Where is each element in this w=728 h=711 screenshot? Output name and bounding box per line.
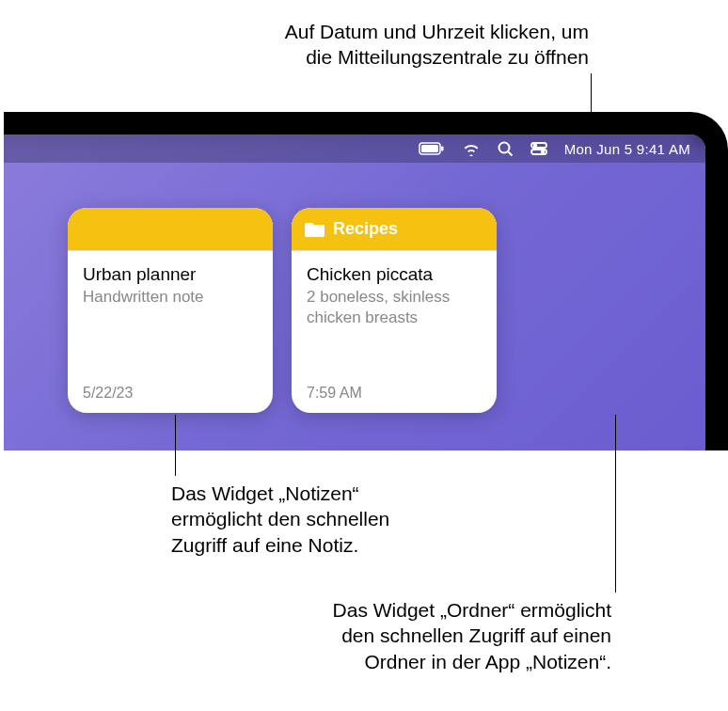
folder-widget[interactable]: Recipes Chicken piccata 2 boneless, skin…: [292, 208, 497, 413]
callout-text: Das Widget „Ordner“ ermöglicht: [226, 597, 611, 623]
callout-text: den schnellen Zugriff auf einen: [226, 623, 611, 648]
callout-notification-center: Auf Datum und Uhrzeit klicken, um die Mi…: [285, 19, 589, 71]
callout-text: Auf Datum und Uhrzeit klicken, um: [285, 19, 589, 44]
search-icon[interactable]: [498, 139, 514, 158]
widget-body: Chicken piccata 2 boneless, skinless chi…: [292, 251, 497, 413]
widget-header: [68, 208, 273, 250]
callout-text: Zugriff auf eine Notiz.: [171, 532, 389, 558]
callout-text: Ordner in der App „Notizen“.: [226, 649, 611, 674]
notes-widget[interactable]: Urban planner Handwritten note 5/22/23: [68, 208, 273, 413]
note-subtitle: Handwritten note: [83, 287, 258, 308]
widget-body: Urban planner Handwritten note 5/22/23: [68, 251, 273, 413]
note-title: Urban planner: [83, 264, 258, 285]
callout-text: Das Widget „Notizen“: [171, 481, 389, 506]
svg-rect-2: [441, 147, 444, 151]
callout-folder-widget: Das Widget „Ordner“ ermöglicht den schne…: [226, 597, 611, 674]
svg-point-3: [499, 142, 509, 152]
widget-header: Recipes: [292, 208, 497, 250]
folder-name: Recipes: [333, 219, 398, 239]
menubar-datetime[interactable]: Mon Jun 5 9:41 AM: [564, 141, 690, 157]
note-time: 7:59 AM: [307, 385, 482, 402]
callout-leader-line: [615, 415, 616, 592]
callout-leader-line: [175, 415, 176, 476]
folder-icon: [305, 221, 325, 238]
desktop-screen: Mon Jun 5 9:41 AM Urban planner Handwrit…: [4, 134, 705, 450]
device-bezel: Mon Jun 5 9:41 AM Urban planner Handwrit…: [4, 112, 728, 450]
device-frame: Mon Jun 5 9:41 AM Urban planner Handwrit…: [0, 112, 728, 450]
note-date: 5/22/23: [83, 385, 258, 402]
battery-icon[interactable]: [419, 139, 445, 158]
control-center-icon[interactable]: [530, 139, 547, 158]
svg-point-6: [533, 144, 536, 147]
svg-rect-1: [421, 145, 438, 152]
widgets-container: Urban planner Handwritten note 5/22/23 R…: [68, 208, 497, 413]
callout-notes-widget: Das Widget „Notizen“ ermöglicht den schn…: [171, 481, 389, 558]
menubar: Mon Jun 5 9:41 AM: [4, 134, 705, 163]
wifi-icon[interactable]: [462, 139, 481, 158]
callout-text: die Mitteilungszentrale zu öffnen: [285, 44, 589, 70]
note-subtitle: 2 boneless, skinless chicken breasts: [307, 287, 482, 328]
callout-text: ermöglicht den schnellen: [171, 506, 389, 531]
svg-point-8: [541, 150, 544, 153]
note-title: Chicken piccata: [307, 264, 482, 285]
svg-line-4: [508, 151, 512, 155]
